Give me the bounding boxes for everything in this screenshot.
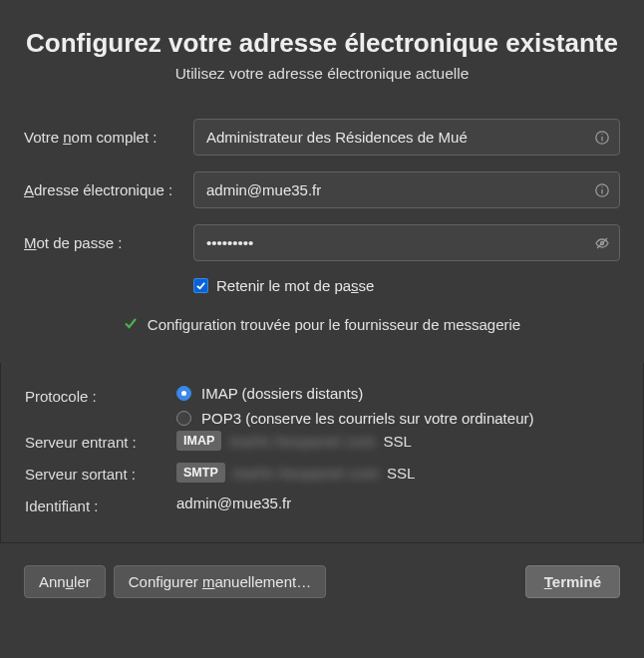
- identity-label: Identifiant :: [25, 494, 176, 514]
- protocol-imap-option[interactable]: IMAP (dossiers distants): [176, 385, 619, 402]
- remember-label[interactable]: Retenir le mot de passe: [216, 277, 374, 294]
- incoming-proto-badge: IMAP: [176, 431, 221, 451]
- name-input-wrap: [193, 119, 620, 156]
- incoming-row: Serveur entrant : IMAP mailin.hespanel.c…: [25, 431, 619, 457]
- protocol-imap-label: IMAP (dossiers distants): [201, 385, 363, 402]
- outgoing-ssl: SSL: [387, 465, 415, 482]
- incoming-label: Serveur entrant :: [25, 431, 176, 451]
- info-icon[interactable]: [594, 130, 610, 146]
- incoming-host: mailin.hespanel.com: [229, 433, 375, 450]
- configure-manually-button[interactable]: Configurer manuellement…: [114, 565, 326, 598]
- protocol-pop3-label: POP3 (conserve les courriels sur votre o…: [201, 410, 533, 427]
- form-section: Votre nom complet : Adresse électronique…: [0, 95, 644, 363]
- dialog-root: Configurez votre adresse électronique ex…: [0, 0, 644, 620]
- address-label: Adresse électronique :: [24, 181, 193, 198]
- protocol-label: Protocole :: [25, 385, 176, 405]
- password-input-wrap: [193, 224, 620, 261]
- details-panel: Protocole : IMAP (dossiers distants) POP…: [0, 363, 644, 543]
- svg-point-2: [601, 133, 602, 134]
- done-button[interactable]: Terminé: [525, 565, 620, 598]
- password-row: Mot de passe :: [24, 224, 620, 261]
- radio-imap[interactable]: [176, 386, 191, 401]
- status-row: Configuration trouvée pour le fournisseu…: [24, 312, 620, 355]
- incoming-ssl: SSL: [384, 433, 412, 450]
- protocol-row: Protocole : IMAP (dossiers distants) POP…: [25, 385, 619, 427]
- remember-checkbox[interactable]: [193, 278, 208, 293]
- name-row: Votre nom complet :: [24, 119, 620, 156]
- page-title: Configurez votre adresse électronique ex…: [24, 28, 620, 59]
- outgoing-label: Serveur sortant :: [25, 463, 176, 483]
- outgoing-host: mailin.hespanel.com: [233, 465, 379, 482]
- header: Configurez votre adresse électronique ex…: [0, 0, 644, 95]
- address-input-wrap: [193, 171, 620, 208]
- identity-row: Identifiant : admin@mue35.fr: [25, 494, 619, 514]
- outgoing-proto-badge: SMTP: [176, 463, 225, 483]
- check-icon: [124, 316, 138, 333]
- radio-pop3[interactable]: [176, 411, 191, 426]
- button-bar: Annuler Configurer manuellement… Terminé: [0, 543, 644, 620]
- svg-point-5: [601, 185, 602, 186]
- name-label: Votre nom complet :: [24, 129, 193, 146]
- address-row: Adresse électronique :: [24, 171, 620, 208]
- outgoing-row: Serveur sortant : SMTP mailin.hespanel.c…: [25, 463, 619, 489]
- identity-value: admin@mue35.fr: [176, 494, 619, 511]
- info-icon[interactable]: [594, 182, 610, 198]
- page-subtitle: Utilisez votre adresse électronique actu…: [24, 65, 620, 83]
- address-input[interactable]: [193, 171, 620, 208]
- remember-row: Retenir le mot de passe: [193, 277, 620, 294]
- eye-off-icon[interactable]: [594, 235, 610, 251]
- name-input[interactable]: [193, 119, 620, 156]
- password-label: Mot de passe :: [24, 234, 193, 251]
- protocol-pop3-option[interactable]: POP3 (conserve les courriels sur votre o…: [176, 410, 619, 427]
- password-input[interactable]: [193, 224, 620, 261]
- status-message: Configuration trouvée pour le fournisseu…: [148, 316, 520, 333]
- cancel-button[interactable]: Annuler: [24, 565, 106, 598]
